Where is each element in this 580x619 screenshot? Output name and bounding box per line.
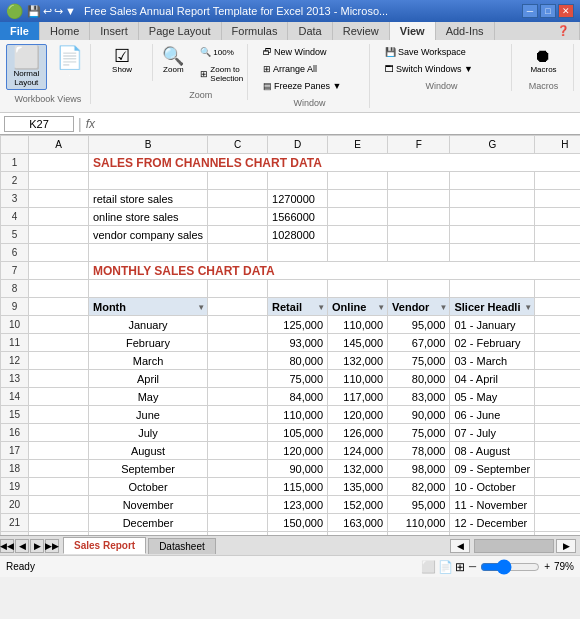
save-quick-btn[interactable]: 💾: [27, 5, 41, 18]
slicer-filter-arrow[interactable]: ▼: [524, 302, 532, 311]
cell-4a[interactable]: [29, 208, 89, 226]
cell-5e[interactable]: [328, 226, 388, 244]
cell-9a[interactable]: [29, 298, 89, 316]
cell-8b[interactable]: [89, 280, 208, 298]
month-filter-arrow[interactable]: ▼: [197, 302, 205, 311]
tab-view[interactable]: View: [390, 22, 436, 40]
cell-8d[interactable]: [268, 280, 328, 298]
cell-4f[interactable]: [388, 208, 450, 226]
cell-4d[interactable]: 1566000: [268, 208, 328, 226]
sheet-tab-sales[interactable]: Sales Report: [63, 537, 146, 554]
cell-2g[interactable]: [450, 172, 535, 190]
cell-2a[interactable]: [29, 172, 89, 190]
switch-windows-btn[interactable]: 🗔 Switch Windows ▼: [380, 61, 503, 77]
vendor-filter-arrow[interactable]: ▼: [440, 302, 448, 311]
cell-6a[interactable]: [29, 244, 89, 262]
cell-4e[interactable]: [328, 208, 388, 226]
retail-filter-arrow[interactable]: ▼: [317, 302, 325, 311]
tab-formulas[interactable]: Formulas: [222, 22, 289, 40]
cell-8f[interactable]: [388, 280, 450, 298]
tab-home[interactable]: Home: [40, 22, 90, 40]
cell-7b[interactable]: MONTHLY SALES CHART DATA: [89, 262, 581, 280]
tab-add-ins[interactable]: Add-Ins: [436, 22, 495, 40]
help-btn[interactable]: ❓: [547, 22, 580, 40]
col-header-g[interactable]: G: [450, 136, 535, 154]
formula-input[interactable]: [99, 118, 576, 130]
undo-quick-btn[interactable]: ↩: [43, 5, 52, 18]
maximize-btn[interactable]: □: [540, 4, 556, 18]
cell-9d-retail[interactable]: Retail ▼: [268, 298, 328, 316]
tab-insert[interactable]: Insert: [90, 22, 139, 40]
cell-6e[interactable]: [328, 244, 388, 262]
sheet-nav-first[interactable]: ◀◀: [0, 539, 14, 553]
tab-page-layout[interactable]: Page Layout: [139, 22, 222, 40]
tab-data[interactable]: Data: [288, 22, 332, 40]
page-layout-status-btn[interactable]: 📄: [438, 560, 453, 574]
cell-6c[interactable]: [208, 244, 268, 262]
col-header-b[interactable]: B: [89, 136, 208, 154]
zoom-slider[interactable]: [480, 559, 540, 575]
sheet-nav-last[interactable]: ▶▶: [45, 539, 59, 553]
cell-8h[interactable]: [535, 280, 580, 298]
horizontal-scroll-right[interactable]: ▶: [556, 539, 576, 553]
zoom-minus-btn[interactable]: ─: [469, 561, 476, 572]
online-filter-arrow[interactable]: ▼: [377, 302, 385, 311]
minimize-btn[interactable]: ─: [522, 4, 538, 18]
cell-9e-online[interactable]: Online ▼: [328, 298, 388, 316]
zoom-100-btn[interactable]: 🔍 100%: [195, 44, 248, 60]
col-header-f[interactable]: F: [388, 136, 450, 154]
tab-file[interactable]: File: [0, 22, 40, 40]
page-break-status-btn[interactable]: ⊞: [455, 560, 465, 574]
redo-quick-btn[interactable]: ↪: [54, 5, 63, 18]
cell-3a[interactable]: [29, 190, 89, 208]
cell-6f[interactable]: [388, 244, 450, 262]
col-header-e[interactable]: E: [328, 136, 388, 154]
cell-9b-month[interactable]: Month ▼: [89, 298, 208, 316]
cell-8c[interactable]: [208, 280, 268, 298]
cell-3d[interactable]: 1270000: [268, 190, 328, 208]
zoom-sel-btn[interactable]: ⊞ Zoom toSelection: [195, 62, 248, 86]
sheet-nav-next[interactable]: ▶: [30, 539, 44, 553]
cell-5h[interactable]: [535, 226, 580, 244]
cell-8a[interactable]: [29, 280, 89, 298]
cell-1a[interactable]: [29, 154, 89, 172]
normal-view-status-btn[interactable]: ⬜: [421, 560, 436, 574]
cell-7a[interactable]: [29, 262, 89, 280]
cell-3c[interactable]: [208, 190, 268, 208]
close-btn[interactable]: ✕: [558, 4, 574, 18]
cell-9h[interactable]: [535, 298, 580, 316]
normal-view-btn[interactable]: ⬜ NormalLayout: [6, 44, 47, 90]
arrange-all-btn[interactable]: ⊞ Arrange All: [258, 61, 361, 77]
col-header-c[interactable]: C: [208, 136, 268, 154]
cell-3f[interactable]: [388, 190, 450, 208]
name-box[interactable]: [4, 116, 74, 132]
cell-9g-slicer[interactable]: Slicer Headli ▼: [450, 298, 535, 316]
cell-6b[interactable]: [89, 244, 208, 262]
zoom-plus-btn[interactable]: +: [544, 561, 550, 572]
cell-3b[interactable]: retail store sales: [89, 190, 208, 208]
new-window-btn[interactable]: 🗗 New Window: [258, 44, 361, 60]
cell-2b[interactable]: [89, 172, 208, 190]
zoom-btn[interactable]: 🔍 Zoom: [153, 44, 193, 77]
cell-4h[interactable]: [535, 208, 580, 226]
cell-5f[interactable]: [388, 226, 450, 244]
cell-3h[interactable]: [535, 190, 580, 208]
horizontal-scrollbar[interactable]: [474, 539, 554, 553]
customize-quick-btn[interactable]: ▼: [65, 5, 76, 17]
col-header-a[interactable]: A: [29, 136, 89, 154]
cell-2h[interactable]: [535, 172, 580, 190]
macros-btn[interactable]: ⏺ Macros: [523, 44, 563, 77]
cell-9c[interactable]: [208, 298, 268, 316]
cell-2d[interactable]: [268, 172, 328, 190]
sheet-nav-prev[interactable]: ◀: [15, 539, 29, 553]
cell-6g[interactable]: [450, 244, 535, 262]
cell-5g[interactable]: [450, 226, 535, 244]
show-btn[interactable]: ☑ Show: [102, 44, 142, 77]
cell-8g[interactable]: [450, 280, 535, 298]
cell-5d[interactable]: 1028000: [268, 226, 328, 244]
cell-3g[interactable]: [450, 190, 535, 208]
cell-2e[interactable]: [328, 172, 388, 190]
cell-5b[interactable]: vendor company sales: [89, 226, 208, 244]
cell-4c[interactable]: [208, 208, 268, 226]
cell-2c[interactable]: [208, 172, 268, 190]
